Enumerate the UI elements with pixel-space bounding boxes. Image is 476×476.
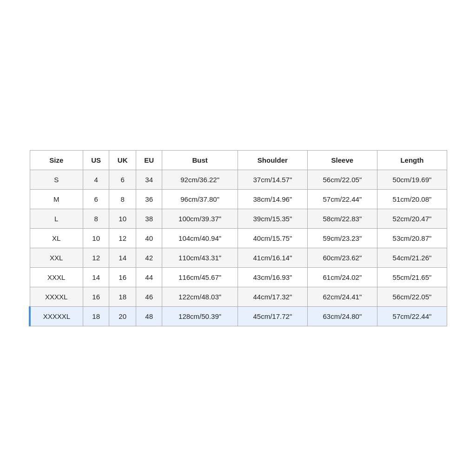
cell-bust: 122cm/48.03" (162, 287, 238, 306)
table-row: XXXXXL182048128cm/50.39"45cm/17.72"63cm/… (30, 306, 447, 326)
cell-us: 10 (83, 228, 109, 248)
cell-bust: 128cm/50.39" (162, 306, 238, 326)
cell-shoulder: 38cm/14.96" (238, 189, 307, 209)
table-row: XL101240104cm/40.94"40cm/15.75"59cm/23.2… (30, 228, 447, 248)
cell-eu: 44 (136, 267, 162, 287)
cell-shoulder: 39cm/15.35" (238, 209, 307, 228)
cell-us: 8 (83, 209, 109, 228)
cell-sleeve: 57cm/22.44" (307, 189, 377, 209)
table-row: L81038100cm/39.37"39cm/15.35"58cm/22.83"… (30, 209, 447, 228)
header-sleeve: Sleeve (307, 150, 377, 170)
cell-size: M (30, 189, 83, 209)
cell-length: 50cm/19.69" (377, 170, 447, 189)
cell-length: 53cm/20.87" (377, 228, 447, 248)
cell-shoulder: 45cm/17.72" (238, 306, 307, 326)
cell-eu: 42 (136, 248, 162, 267)
cell-uk: 12 (109, 228, 136, 248)
cell-shoulder: 43cm/16.93" (238, 267, 307, 287)
cell-uk: 10 (109, 209, 136, 228)
cell-shoulder: 37cm/14.57" (238, 170, 307, 189)
cell-sleeve: 59cm/23.23" (307, 228, 377, 248)
cell-us: 12 (83, 248, 109, 267)
cell-length: 55cm/21.65" (377, 267, 447, 287)
cell-sleeve: 60cm/23.62" (307, 248, 377, 267)
cell-eu: 40 (136, 228, 162, 248)
table-row: M683696cm/37.80"38cm/14.96"57cm/22.44"51… (30, 189, 447, 209)
header-length: Length (377, 150, 447, 170)
cell-bust: 96cm/37.80" (162, 189, 238, 209)
cell-us: 14 (83, 267, 109, 287)
cell-eu: 34 (136, 170, 162, 189)
cell-size: XXXL (30, 267, 83, 287)
cell-uk: 6 (109, 170, 136, 189)
table-row: XXL121442110cm/43.31"41cm/16.14"60cm/23.… (30, 248, 447, 267)
cell-eu: 46 (136, 287, 162, 306)
cell-sleeve: 56cm/22.05" (307, 170, 377, 189)
cell-eu: 36 (136, 189, 162, 209)
cell-length: 57cm/22.44" (377, 306, 447, 326)
cell-uk: 14 (109, 248, 136, 267)
cell-us: 6 (83, 189, 109, 209)
cell-eu: 48 (136, 306, 162, 326)
cell-bust: 92cm/36.22" (162, 170, 238, 189)
cell-us: 18 (83, 306, 109, 326)
table-row: S463492cm/36.22"37cm/14.57"56cm/22.05"50… (30, 170, 447, 189)
cell-sleeve: 61cm/24.02" (307, 267, 377, 287)
cell-sleeve: 63cm/24.80" (307, 306, 377, 326)
cell-size: XXL (30, 248, 83, 267)
cell-uk: 20 (109, 306, 136, 326)
cell-us: 16 (83, 287, 109, 306)
cell-size: XL (30, 228, 83, 248)
cell-bust: 100cm/39.37" (162, 209, 238, 228)
cell-shoulder: 40cm/15.75" (238, 228, 307, 248)
cell-size: XXXXXL (30, 306, 83, 326)
table-header-row: Size US UK EU Bust Shoulder Sleeve Lengt… (30, 150, 447, 170)
header-uk: UK (109, 150, 136, 170)
cell-shoulder: 41cm/16.14" (238, 248, 307, 267)
cell-eu: 38 (136, 209, 162, 228)
header-us: US (83, 150, 109, 170)
cell-length: 51cm/20.08" (377, 189, 447, 209)
cell-sleeve: 58cm/22.83" (307, 209, 377, 228)
cell-size: XXXXL (30, 287, 83, 306)
cell-uk: 18 (109, 287, 136, 306)
cell-size: S (30, 170, 83, 189)
header-size: Size (30, 150, 83, 170)
cell-size: L (30, 209, 83, 228)
cell-length: 56cm/22.05" (377, 287, 447, 306)
header-bust: Bust (162, 150, 238, 170)
table-row: XXXL141644116cm/45.67"43cm/16.93"61cm/24… (30, 267, 447, 287)
header-shoulder: Shoulder (238, 150, 307, 170)
cell-bust: 116cm/45.67" (162, 267, 238, 287)
cell-shoulder: 44cm/17.32" (238, 287, 307, 306)
cell-length: 54cm/21.26" (377, 248, 447, 267)
size-chart-container: Size US UK EU Bust Shoulder Sleeve Lengt… (29, 150, 447, 326)
cell-length: 52cm/20.47" (377, 209, 447, 228)
cell-bust: 110cm/43.31" (162, 248, 238, 267)
table-row: XXXXL161846122cm/48.03"44cm/17.32"62cm/2… (30, 287, 447, 306)
cell-uk: 16 (109, 267, 136, 287)
cell-us: 4 (83, 170, 109, 189)
cell-uk: 8 (109, 189, 136, 209)
header-eu: EU (136, 150, 162, 170)
cell-bust: 104cm/40.94" (162, 228, 238, 248)
cell-sleeve: 62cm/24.41" (307, 287, 377, 306)
size-chart-table: Size US UK EU Bust Shoulder Sleeve Lengt… (29, 150, 447, 326)
